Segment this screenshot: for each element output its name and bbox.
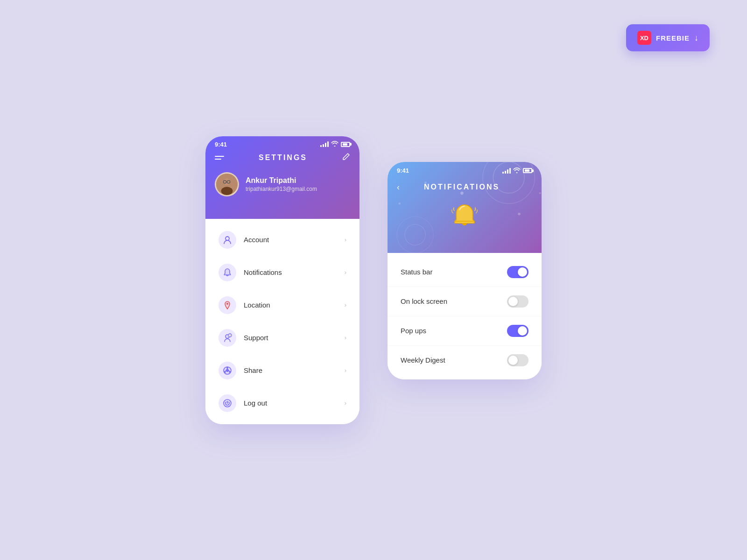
avatar xyxy=(215,172,239,196)
menu-item-share[interactable]: Share › xyxy=(205,354,359,387)
svg-point-7 xyxy=(226,237,229,240)
weekly-digest-toggle[interactable] xyxy=(507,354,529,366)
page-title-notifications: NOTIFICATIONS xyxy=(400,183,524,191)
svg-point-14 xyxy=(226,367,228,369)
svg-text:?: ? xyxy=(229,334,231,336)
chevron-right-icon: › xyxy=(345,301,346,308)
location-label: Location xyxy=(244,301,337,309)
profile-email: tripathiankur913@gmail.com xyxy=(246,186,350,192)
profile-name: Ankur Tripathi xyxy=(246,176,350,185)
chevron-right-icon: › xyxy=(345,334,346,341)
download-icon: ↓ xyxy=(694,33,698,43)
menu-item-support[interactable]: ? Support › xyxy=(205,322,359,354)
menu-item-account[interactable]: Account › xyxy=(205,224,359,256)
location-icon xyxy=(218,296,236,314)
toggle-thumb xyxy=(518,326,527,336)
status-bar-toggle[interactable] xyxy=(507,266,529,278)
account-icon xyxy=(218,231,236,249)
menu-item-notifications[interactable]: Notifications › xyxy=(205,256,359,289)
notifications-label: Notifications xyxy=(244,268,337,276)
toggle-row-lock-screen: On lock screen xyxy=(388,287,542,316)
support-label: Support xyxy=(244,334,337,342)
wifi-icon xyxy=(513,167,521,175)
notifications-body: Status bar On lock screen Pop ups Weekly… xyxy=(388,253,542,379)
wifi-icon xyxy=(331,141,338,148)
settings-header: 9:41 xyxy=(205,136,359,219)
notifications-icon xyxy=(218,264,236,281)
phones-container: 9:41 xyxy=(205,136,542,424)
profile-info: Ankur Tripathi tripathiankur913@gmail.co… xyxy=(246,176,350,192)
toggle-row-pop-ups: Pop ups xyxy=(388,316,542,346)
edit-icon[interactable] xyxy=(342,153,350,163)
signal-icon xyxy=(502,168,511,174)
status-icons xyxy=(320,141,350,148)
menu-icon[interactable] xyxy=(215,156,224,160)
chevron-right-icon: › xyxy=(345,399,346,406)
svg-rect-30 xyxy=(455,221,474,223)
profile-section: Ankur Tripathi tripathiankur913@gmail.co… xyxy=(205,168,359,206)
weekly-digest-label: Weekly Digest xyxy=(401,356,445,364)
lock-screen-label: On lock screen xyxy=(401,297,447,305)
menu-item-location[interactable]: Location › xyxy=(205,289,359,322)
bell-container xyxy=(388,197,542,239)
page-title: SETTINGS xyxy=(259,154,307,162)
toggle-thumb xyxy=(518,267,527,277)
bell-icon xyxy=(448,202,481,234)
signal-icon xyxy=(320,141,329,147)
chevron-right-icon: › xyxy=(345,367,346,374)
settings-phone: 9:41 xyxy=(205,136,359,424)
notifications-header: 9:41 ‹ xyxy=(388,162,542,253)
toggle-thumb xyxy=(508,356,518,365)
settings-menu: Account › Notifications › xyxy=(205,219,359,424)
logout-label: Log out xyxy=(244,399,337,407)
svg-point-15 xyxy=(229,371,231,373)
notifications-phone: 9:41 ‹ xyxy=(388,162,542,379)
status-bar-notifications: 9:41 xyxy=(388,162,542,178)
menu-item-logout[interactable]: Log out › xyxy=(205,387,359,420)
lock-screen-toggle[interactable] xyxy=(507,295,529,308)
status-time-notifications: 9:41 xyxy=(397,167,409,174)
account-label: Account xyxy=(244,236,337,244)
logout-icon xyxy=(218,394,236,412)
share-label: Share xyxy=(244,366,337,374)
support-icon: ? xyxy=(218,329,236,347)
pop-ups-label: Pop ups xyxy=(401,327,426,335)
chevron-right-icon: › xyxy=(345,236,346,243)
xd-badge: XD xyxy=(637,31,651,45)
pop-ups-toggle[interactable] xyxy=(507,325,529,337)
freebie-button[interactable]: XD FREEBIE ↓ xyxy=(626,24,710,51)
chevron-right-icon: › xyxy=(345,269,346,276)
status-bar: 9:41 xyxy=(205,136,359,151)
svg-point-16 xyxy=(224,371,226,373)
battery-icon xyxy=(523,168,532,173)
battery-icon xyxy=(341,142,350,147)
toggle-row-weekly-digest: Weekly Digest xyxy=(388,346,542,375)
share-icon xyxy=(218,362,236,379)
notifications-nav: ‹ NOTIFICATIONS xyxy=(388,178,542,197)
svg-point-8 xyxy=(226,303,228,305)
svg-point-2 xyxy=(221,187,233,195)
nav-bar: SETTINGS xyxy=(205,151,359,168)
toggle-thumb xyxy=(508,297,518,306)
freebie-label: FREEBIE xyxy=(656,34,690,42)
toggle-row-status-bar: Status bar xyxy=(388,258,542,287)
status-icons xyxy=(502,167,532,175)
status-bar-label: Status bar xyxy=(401,268,432,276)
status-time: 9:41 xyxy=(215,141,227,148)
